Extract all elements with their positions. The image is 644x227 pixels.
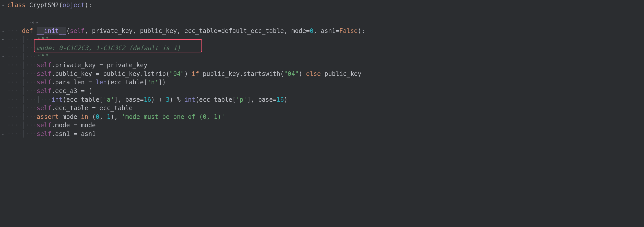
chevron-down-icon bbox=[35, 21, 38, 24]
function-name-init: __init__ bbox=[37, 27, 66, 35]
code-line[interactable]: ····def __init__(self, private_key, publ… bbox=[7, 27, 644, 36]
fold-marker-docstr-close[interactable] bbox=[0, 53, 6, 61]
gutter-blank bbox=[0, 104, 6, 113]
docstring-open: """ bbox=[37, 36, 48, 43]
param-public-key: public_key bbox=[140, 27, 177, 35]
string-a: 'a' bbox=[103, 96, 114, 103]
code-line[interactable]: ····│···self.private_key = private_key bbox=[7, 61, 644, 70]
mode-default-value: 0 bbox=[310, 27, 313, 35]
attr-ecc-a3: ecc_a3 bbox=[55, 87, 77, 95]
code-line[interactable]: ····│···│···int(ecc_table['a'], base=16)… bbox=[7, 96, 644, 104]
keyword-else: else bbox=[306, 70, 321, 77]
code-line[interactable]: ····│···assert mode in (0, 1), 'mode mus… bbox=[7, 113, 644, 121]
gutter-blank bbox=[0, 87, 6, 96]
gutter-blank bbox=[0, 44, 6, 53]
code-line[interactable]: ····│···""" bbox=[7, 35, 644, 44]
keyword-def: def bbox=[22, 27, 33, 35]
builtin-object: object bbox=[63, 2, 85, 9]
attr-mode: mode bbox=[55, 122, 70, 129]
gutter-blank bbox=[0, 121, 6, 130]
code-line[interactable]: ····│···self.ecc_a3 = ( bbox=[7, 87, 644, 96]
assert-message: 'mode must be one of (0, 1)' bbox=[122, 113, 225, 120]
code-line[interactable]: ····│···""" bbox=[7, 53, 644, 61]
fold-marker-end[interactable] bbox=[0, 130, 6, 139]
param-mode: mode bbox=[291, 27, 306, 35]
class-name: CryptSM2 bbox=[29, 2, 59, 9]
docstring-content: mode: 0-C1C2C3, 1-C1C3C2 (default is 1) bbox=[37, 44, 181, 52]
string-n: 'n' bbox=[147, 79, 158, 86]
attr-asn1: asn1 bbox=[55, 130, 70, 138]
usages-hint-icon[interactable] bbox=[7, 18, 644, 27]
attr-private-key: private_key bbox=[55, 62, 96, 69]
svg-point-1 bbox=[32, 22, 33, 23]
gutter-blank bbox=[0, 61, 6, 70]
code-line[interactable]: ····│···self.asn1 = asn1 bbox=[7, 130, 644, 139]
param-asn1: asn1 bbox=[321, 27, 336, 35]
code-line[interactable]: ····│···self.ecc_table = ecc_table bbox=[7, 104, 644, 113]
attr-ecc-table: ecc_table bbox=[55, 105, 88, 112]
keyword-class: class bbox=[7, 2, 26, 9]
fold-marker-def[interactable] bbox=[0, 27, 6, 36]
builtin-len: len bbox=[96, 79, 107, 86]
code-line-blank[interactable] bbox=[7, 10, 644, 18]
self-param: self bbox=[70, 27, 85, 35]
docstring-close: """ bbox=[37, 53, 48, 60]
method-startswith: startswith bbox=[243, 70, 280, 77]
code-area[interactable]: class CryptSM2(object): ····def __init__… bbox=[6, 0, 644, 140]
kwarg-base: base bbox=[125, 96, 140, 103]
attr-public-key: public_key bbox=[55, 70, 92, 77]
gutter-blank bbox=[0, 78, 6, 87]
fold-marker-docstr-open[interactable] bbox=[0, 35, 6, 44]
default-ecc-table: default_ecc_table bbox=[221, 27, 284, 35]
gutter-blank bbox=[0, 10, 6, 18]
usages-icon bbox=[30, 20, 34, 25]
keyword-in: in bbox=[81, 113, 88, 120]
code-line-docstring[interactable]: ····│···mode: 0-C1C2C3, 1-C1C3C2 (defaul… bbox=[7, 44, 644, 53]
string-p: 'p' bbox=[236, 96, 247, 103]
gutter-blank bbox=[0, 96, 6, 104]
gutter-blank bbox=[0, 70, 6, 78]
code-line[interactable]: ····│···self.public_key = public_key.lst… bbox=[7, 70, 644, 78]
asn1-default-value: False bbox=[339, 27, 358, 35]
keyword-if: if bbox=[192, 70, 199, 77]
keyword-assert: assert bbox=[37, 113, 59, 120]
code-editor[interactable]: class CryptSM2(object): ····def __init__… bbox=[0, 0, 644, 140]
code-line[interactable]: class CryptSM2(object): bbox=[7, 1, 644, 10]
param-private-key: private_key bbox=[92, 27, 133, 35]
method-lstrip: lstrip bbox=[144, 70, 166, 77]
gutter bbox=[0, 0, 6, 140]
gutter-blank bbox=[0, 18, 6, 27]
param-ecc-table: ecc_table bbox=[184, 27, 218, 35]
code-line[interactable]: ····│···self.mode = mode bbox=[7, 121, 644, 130]
code-line[interactable]: ····│···self.para_len = len(ecc_table['n… bbox=[7, 78, 644, 87]
string-04: "04" bbox=[170, 70, 184, 77]
fold-marker-class[interactable] bbox=[0, 1, 6, 10]
builtin-int: int bbox=[51, 96, 62, 103]
attr-para-len: para_len bbox=[55, 79, 85, 86]
gutter-blank bbox=[0, 113, 6, 121]
